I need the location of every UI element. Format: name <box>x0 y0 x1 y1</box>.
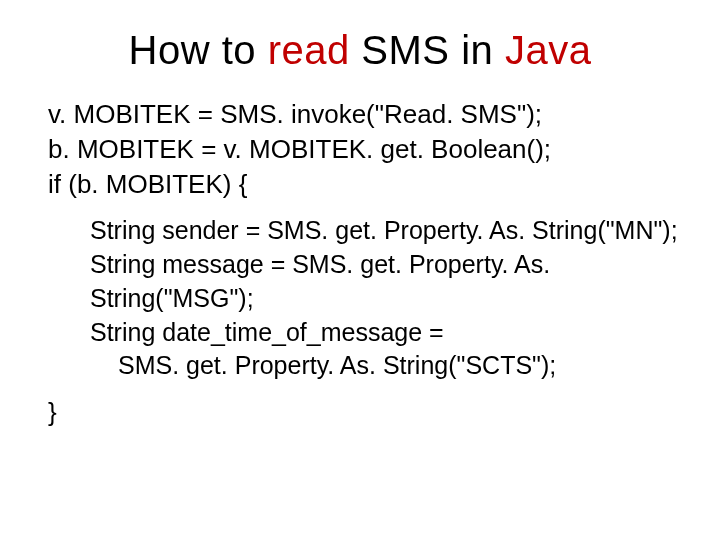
slide-body: v. MOBITEK = SMS. invoke("Read. SMS"); b… <box>0 97 720 430</box>
code-line: } <box>48 395 640 430</box>
code-block-outer: v. MOBITEK = SMS. invoke("Read. SMS"); b… <box>48 97 680 202</box>
slide-title: How to read SMS in Java <box>0 0 720 97</box>
code-block-inner: String sender = SMS. get. Property. As. … <box>48 214 680 383</box>
title-text-2: SMS in <box>350 28 505 72</box>
code-line: if (b. MOBITEK) { <box>48 167 680 202</box>
slide: How to read SMS in Java v. MOBITEK = SMS… <box>0 0 720 540</box>
code-line: b. MOBITEK = v. MOBITEK. get. Boolean(); <box>48 132 680 167</box>
code-line: String sender = SMS. get. Property. As. … <box>90 214 680 248</box>
title-keyword-1: read <box>268 28 350 72</box>
title-keyword-2: Java <box>505 28 592 72</box>
code-line: SMS. get. Property. As. String("SCTS"); <box>90 349 680 383</box>
code-line: v. MOBITEK = SMS. invoke("Read. SMS"); <box>48 97 680 132</box>
title-text-1: How to <box>129 28 268 72</box>
code-line: String message = SMS. get. Property. As.… <box>90 248 680 316</box>
code-line: String date_time_of_message = <box>90 316 680 350</box>
